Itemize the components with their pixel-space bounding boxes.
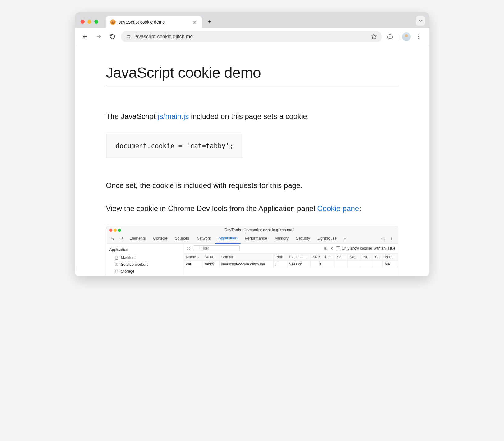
tabs-overflow[interactable]: »: [340, 233, 349, 243]
sidebar-item-storage[interactable]: Storage: [109, 268, 184, 275]
devtools-screenshot: DevTools - javascript-cookie.glitch.me/ …: [106, 226, 398, 276]
cell-size: 8: [311, 261, 323, 268]
tab-performance[interactable]: Performance: [241, 233, 270, 243]
sidebar-label: Storage: [121, 269, 135, 274]
dt-max-icon[interactable]: [118, 229, 121, 232]
close-window-button[interactable]: [81, 20, 85, 24]
col-samesite[interactable]: Sa...: [348, 254, 360, 261]
filter-input[interactable]: Filter: [193, 245, 240, 251]
devtools-body: Application Manifest Service workers Sto…: [106, 244, 398, 276]
sidebar-item-service-workers[interactable]: Service workers: [109, 261, 184, 268]
minimize-window-button[interactable]: [87, 20, 91, 24]
tab-elements[interactable]: Elements: [126, 233, 149, 243]
tab-lighthouse[interactable]: Lighthouse: [314, 233, 340, 243]
browser-tab[interactable]: 🍪 JavaScript cookie demo ✕: [106, 16, 202, 28]
devtools-sidebar: Application Manifest Service workers Sto…: [106, 244, 184, 276]
svg-point-9: [418, 38, 419, 39]
col-domain[interactable]: Domain: [219, 254, 273, 261]
site-settings-icon[interactable]: [126, 34, 131, 39]
extensions-button[interactable]: [385, 31, 395, 42]
checkbox-icon: [336, 246, 340, 250]
cell-sa: [348, 261, 360, 268]
gear-icon: [114, 263, 118, 267]
device-toolbar-icon[interactable]: [118, 234, 126, 243]
bookmark-star-icon[interactable]: [371, 34, 377, 40]
dt-close-icon[interactable]: [109, 229, 112, 232]
reload-button[interactable]: [107, 31, 118, 42]
col-path[interactable]: Path: [273, 254, 287, 261]
cookies-table: Name Value Domain Path Expires /... Size…: [184, 253, 398, 268]
p3-suffix: :: [359, 204, 361, 213]
table-row[interactable]: cat tabby javascript-cookie.glitch.me / …: [184, 261, 398, 268]
devtools-kebab-icon[interactable]: [388, 234, 395, 243]
col-value[interactable]: Value: [203, 254, 219, 261]
main-js-link[interactable]: js/main.js: [158, 112, 189, 120]
svg-point-7: [418, 35, 419, 35]
only-issue-checkbox[interactable]: Only show cookies with an issue: [336, 246, 395, 251]
browser-menu-button[interactable]: [414, 31, 424, 42]
new-tab-button[interactable]: ＋: [206, 17, 213, 26]
devtools-settings-icon[interactable]: [379, 234, 387, 243]
intro-text-suffix: included on this page sets a cookie:: [189, 112, 309, 120]
profile-avatar[interactable]: [402, 32, 411, 41]
col-expires[interactable]: Expires /...: [287, 254, 311, 261]
arrow-left-icon: [82, 34, 88, 40]
tab-application[interactable]: Application: [215, 233, 241, 244]
cell-path: /: [273, 261, 287, 268]
clear-all-icon[interactable]: ✕: [330, 246, 334, 251]
col-size[interactable]: Size: [311, 254, 323, 261]
refresh-cookies-icon[interactable]: [187, 246, 191, 251]
dt-min-icon[interactable]: [114, 229, 117, 232]
devtools-title: DevTools - javascript-cookie.glitch.me/: [123, 228, 395, 232]
reload-icon: [109, 34, 115, 40]
intro-paragraph: The JavaScript js/main.js included on th…: [106, 111, 398, 122]
sidebar-item-manifest[interactable]: Manifest: [109, 254, 184, 261]
p3-prefix: View the cookie in Chrome DevTools from …: [106, 204, 317, 213]
sidebar-group-application: Application: [109, 246, 184, 254]
browser-window: 🍪 JavaScript cookie demo ✕ ＋ javascript-…: [75, 12, 429, 276]
cell-c: [373, 261, 383, 268]
svg-point-15: [391, 238, 392, 239]
maximize-window-button[interactable]: [94, 20, 98, 24]
cell-prio: Me...: [383, 261, 398, 268]
back-button[interactable]: [80, 31, 90, 42]
close-tab-icon[interactable]: ✕: [191, 19, 198, 26]
tab-security[interactable]: Security: [293, 233, 313, 243]
forward-button[interactable]: [94, 31, 104, 42]
col-httponly[interactable]: Ht...: [323, 254, 335, 261]
tab-network[interactable]: Network: [193, 233, 214, 243]
devtools-filterbar: Filter ✕ Only show cookies with an issue: [184, 244, 398, 253]
window-controls: [81, 20, 98, 24]
browser-toolbar: javascript-cookie.glitch.me: [75, 28, 429, 45]
cell-name: cat: [184, 261, 203, 268]
svg-point-16: [391, 239, 392, 240]
col-partition[interactable]: Pa...: [360, 254, 373, 261]
col-name[interactable]: Name: [184, 254, 203, 261]
sidebar-label: Manifest: [121, 256, 136, 260]
devtools-tabs: Elements Console Sources Network Applica…: [106, 233, 398, 244]
tab-console[interactable]: Console: [150, 233, 171, 243]
address-bar[interactable]: javascript-cookie.glitch.me: [121, 31, 382, 42]
devtools-titlebar: DevTools - javascript-cookie.glitch.me/: [106, 226, 398, 233]
svg-point-18: [115, 270, 118, 271]
cookie-favicon-icon: 🍪: [110, 19, 116, 25]
tab-memory[interactable]: Memory: [271, 233, 292, 243]
svg-point-13: [383, 238, 384, 239]
only-issue-label: Only show cookies with an issue: [342, 246, 395, 251]
puzzle-icon: [387, 34, 393, 40]
col-priority[interactable]: Prio...: [383, 254, 398, 261]
inspect-element-icon[interactable]: [109, 234, 117, 243]
col-cross[interactable]: C..: [373, 254, 383, 261]
tab-search-button[interactable]: [416, 16, 425, 26]
cookie-pane-link[interactable]: Cookie pane: [317, 204, 359, 213]
code-block: document.cookie = 'cat=tabby';: [106, 134, 243, 158]
col-secure[interactable]: Se...: [335, 254, 348, 261]
arrow-right-icon: [96, 34, 102, 40]
tab-strip: 🍪 JavaScript cookie demo ✕ ＋: [75, 12, 429, 28]
intro-text-prefix: The JavaScript: [106, 112, 158, 120]
svg-point-8: [418, 36, 419, 37]
clear-filter-icon[interactable]: [324, 246, 328, 251]
tab-sources[interactable]: Sources: [171, 233, 192, 243]
cell-se: [335, 261, 348, 268]
paragraph-3: View the cookie in Chrome DevTools from …: [106, 203, 398, 214]
